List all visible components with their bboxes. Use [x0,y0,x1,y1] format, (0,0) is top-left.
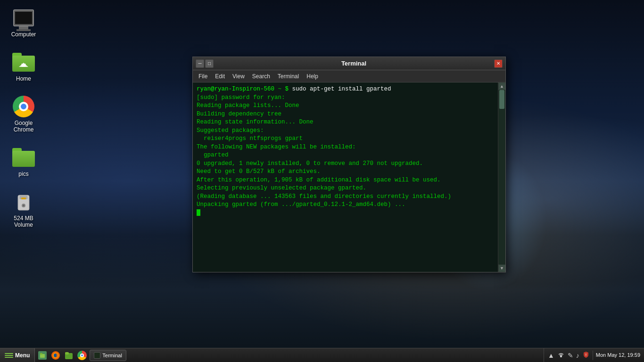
terminal-line-8: gparted [197,151,494,160]
terminal-line-6: reiser4progs ntfsprogs gpart [197,135,494,143]
svg-rect-2 [21,197,26,199]
home-icon-label: Home [16,75,31,82]
terminal-line-3: Building dependency tree [197,110,494,119]
taskbar-chrome-icon[interactable] [76,350,88,361]
terminal-cursor [197,209,200,216]
filemanager-icon [38,351,47,360]
menu-edit[interactable]: Edit [211,72,229,81]
home-folder-icon [12,51,35,74]
terminal-line-14: Unpacking gparted (from .../gparted_0.12… [197,201,494,209]
terminal-line-12: Selecting previously unselected package … [197,184,494,193]
svg-rect-12 [560,355,562,357]
svg-point-4 [23,205,25,206]
desktop-icon-chrome[interactable]: Google Chrome [5,93,42,135]
tray-network-icon[interactable] [557,351,565,360]
svg-rect-5 [40,354,45,358]
terminal-scrollbar: ▲ ▼ [498,82,505,272]
tray-pencil-icon[interactable]: ✎ [568,352,573,359]
menu-icon [5,352,13,359]
files-icon [64,351,74,360]
scroll-thumb[interactable] [499,90,504,109]
terminal-window: ─ □ Terminal ✕ File Edit View Search Ter… [192,57,506,272]
desktop-icon-pics[interactable]: pics [5,144,42,179]
window-controls: ─ □ [196,59,214,68]
chrome-taskbar-icon [77,351,87,360]
chrome-icon-label: Google Chrome [7,120,41,133]
scroll-up-button[interactable]: ▲ [498,82,506,90]
terminal-line-2: Reading package lists... Done [197,102,494,110]
terminal-titlebar: ─ □ Terminal ✕ [193,57,505,70]
menu-search[interactable]: Search [248,72,274,81]
terminal-content: ryan@ryan-Inspiron-560 ~ $ sudo apt-get … [193,82,505,272]
taskbar-filemanager-icon[interactable] [37,350,48,361]
desktop: Computer Home Google C [0,0,644,362]
usb-drive-icon [12,190,35,213]
taskbar-firefox-icon[interactable] [50,350,61,361]
taskbar-terminal-label: Terminal [102,353,122,358]
terminal-title: Terminal [214,60,494,67]
terminal-body[interactable]: ryan@ryan-Inspiron-560 ~ $ sudo apt-get … [193,82,498,272]
volume-icon-label: 524 MB Volume [7,215,41,228]
scroll-down-button[interactable]: ▼ [498,264,506,272]
computer-icon-label: Computer [11,31,36,38]
desktop-icon-computer[interactable]: Computer [5,5,42,40]
terminal-line-4: Reading state information... Done [197,118,494,127]
computer-icon [12,7,35,29]
chrome-icon [12,95,35,118]
terminal-menubar: File Edit View Search Terminal Help [193,70,505,82]
menu-file[interactable]: File [195,72,211,81]
desktop-icons: Computer Home Google C [5,5,42,230]
start-button[interactable]: Menu [0,348,35,362]
terminal-line-9: 0 upgraded, 1 newly installed, 0 to remo… [197,160,494,168]
terminal-line-7: The following NEW packages will be insta… [197,143,494,152]
terminal-line-13: (Reading database ... 143563 files and d… [197,193,494,201]
taskbar-clock[interactable]: Mon May 12, 19:59 [596,352,640,359]
start-label: Menu [15,352,30,359]
tray-arrow-icon[interactable]: ▲ [548,352,554,359]
svg-rect-6 [40,353,42,354]
menu-view[interactable]: View [229,72,248,81]
firefox-icon [51,351,60,360]
terminal-line-5: Suggested packages: [197,127,494,135]
pics-folder-icon [12,146,35,169]
terminal-line-11: After this operation, 1,905 kB of additi… [197,176,494,185]
maximize-button[interactable]: □ [205,59,214,68]
scroll-track[interactable] [498,90,505,264]
tray-separator [593,351,593,360]
terminal-line-prompt: ryan@ryan-Inspiron-560 ~ $ sudo apt-get … [197,85,494,94]
pics-icon-label: pics [18,171,28,177]
terminal-line-10: Need to get 0 B/527 kB of archives. [197,168,494,176]
taskbar-files-icon[interactable] [63,350,74,361]
minimize-button[interactable]: ─ [196,59,204,68]
terminal-cursor-line [197,209,494,218]
close-button[interactable]: ✕ [494,59,503,68]
taskbar-tray: ▲ ✎ ♪ ! Mon May 12, 19:59 [544,348,644,362]
terminal-line-1: [sudo] password for ryan: [197,94,494,102]
terminal-taskbar-icon [94,352,100,359]
desktop-icon-volume[interactable]: 524 MB Volume [5,189,42,230]
tray-security-icon[interactable]: ! [582,351,590,360]
svg-text:!: ! [586,353,586,356]
taskbar-items: Terminal [35,348,544,362]
menu-terminal[interactable]: Terminal [274,72,303,81]
svg-rect-11 [65,352,69,354]
tray-volume-icon[interactable]: ♪ [576,352,579,359]
menu-help[interactable]: Help [303,72,322,81]
taskbar-terminal-item[interactable]: Terminal [90,350,126,361]
taskbar: Menu [0,348,644,362]
desktop-icon-home[interactable]: Home [5,49,42,84]
